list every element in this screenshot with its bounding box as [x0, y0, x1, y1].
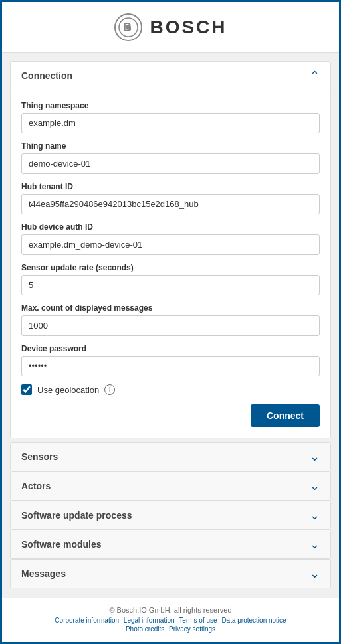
sensor-rate-group: Sensor update rate (seconds) — [21, 263, 320, 295]
section-chevron-down-icon-2: ⌄ — [310, 509, 320, 521]
hub-auth-group: Hub device auth ID — [21, 222, 320, 255]
section-chevron-down-icon-4: ⌄ — [310, 568, 320, 580]
hub-tenant-group: Hub tenant ID — [21, 182, 320, 214]
thing-name-group: Thing name — [21, 141, 320, 174]
section-title-0: Sensors — [21, 451, 58, 462]
section-panel-3: Software modules⌄ — [10, 530, 331, 559]
section-chevron-down-icon-1: ⌄ — [310, 480, 320, 492]
footer-links-row2: Photo credits Privacy settings — [15, 625, 326, 633]
geolocation-label: Use geolocation — [37, 385, 99, 395]
footer-link-legal[interactable]: Legal information — [124, 617, 177, 624]
bosch-logo-icon: B — [114, 13, 143, 42]
app-container: B BOSCH Connection ⌃ Thing namespace Thi… — [0, 0, 341, 644]
sections-container: Sensors⌄Actors⌄Software update process⌄S… — [10, 442, 331, 588]
footer: © Bosch.IO GmbH, all rights reserved Cor… — [2, 598, 339, 642]
footer-link-terms[interactable]: Terms of use — [179, 617, 219, 624]
sensor-rate-label: Sensor update rate (seconds) — [21, 263, 320, 272]
device-password-group: Device password — [21, 344, 320, 376]
header-logo: B BOSCH — [114, 13, 227, 42]
device-password-input[interactable] — [21, 356, 320, 376]
hub-tenant-label: Hub tenant ID — [21, 182, 320, 191]
connection-title: Connection — [21, 70, 72, 81]
connection-header[interactable]: Connection ⌃ — [11, 62, 330, 90]
geolocation-checkbox[interactable] — [21, 384, 32, 395]
section-header-1[interactable]: Actors⌄ — [11, 472, 330, 500]
thing-namespace-input[interactable] — [21, 113, 320, 133]
device-password-label: Device password — [21, 344, 320, 353]
max-messages-label: Max. count of displayed messages — [21, 303, 320, 313]
thing-name-label: Thing name — [21, 141, 320, 151]
footer-link-data[interactable]: Data protection notice — [221, 617, 286, 624]
connection-chevron-up-icon: ⌃ — [310, 70, 320, 82]
connect-button[interactable]: Connect — [251, 404, 320, 427]
section-header-2[interactable]: Software update process⌄ — [11, 501, 330, 529]
header: B BOSCH — [2, 2, 339, 53]
thing-name-input[interactable] — [21, 153, 320, 174]
geolocation-row: Use geolocation i — [21, 384, 320, 395]
section-title-2: Software update process — [21, 510, 132, 521]
section-panel-2: Software update process⌄ — [10, 501, 331, 530]
svg-text:B: B — [123, 21, 132, 34]
main-content: Connection ⌃ Thing namespace Thing name … — [2, 53, 339, 598]
max-messages-group: Max. count of displayed messages — [21, 303, 320, 336]
brand-name: BOSCH — [150, 17, 227, 38]
hub-tenant-input[interactable] — [21, 194, 320, 214]
section-title-4: Messages — [21, 568, 66, 579]
section-header-3[interactable]: Software modules⌄ — [11, 530, 330, 558]
sensor-rate-input[interactable] — [21, 275, 320, 295]
footer-link-corporate[interactable]: Corporate information — [55, 617, 121, 624]
connect-row: Connect — [21, 404, 320, 427]
section-panel-1: Actors⌄ — [10, 471, 331, 501]
footer-links-row1: Corporate information Legal information … — [15, 617, 326, 624]
section-header-4[interactable]: Messages⌄ — [11, 560, 330, 588]
section-header-0[interactable]: Sensors⌄ — [11, 443, 330, 471]
thing-namespace-label: Thing namespace — [21, 101, 320, 110]
connection-body: Thing namespace Thing name Hub tenant ID… — [11, 90, 330, 438]
thing-namespace-group: Thing namespace — [21, 101, 320, 133]
footer-link-photo[interactable]: Photo credits — [126, 625, 166, 633]
section-panel-4: Messages⌄ — [10, 559, 331, 588]
max-messages-input[interactable] — [21, 315, 320, 336]
section-title-3: Software modules — [21, 539, 102, 550]
footer-copyright: © Bosch.IO GmbH, all rights reserved — [15, 606, 326, 614]
connection-panel: Connection ⌃ Thing namespace Thing name … — [10, 61, 331, 438]
hub-auth-label: Hub device auth ID — [21, 222, 320, 232]
section-chevron-down-icon-0: ⌄ — [310, 451, 320, 463]
footer-link-privacy[interactable]: Privacy settings — [169, 625, 215, 633]
hub-auth-input[interactable] — [21, 234, 320, 255]
geolocation-info-icon[interactable]: i — [104, 384, 115, 395]
section-panel-0: Sensors⌄ — [10, 442, 331, 471]
section-chevron-down-icon-3: ⌄ — [310, 538, 320, 550]
section-title-1: Actors — [21, 481, 51, 491]
